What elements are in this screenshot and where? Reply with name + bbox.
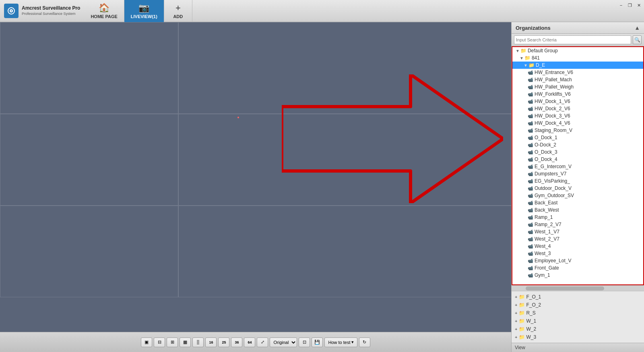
tree-841-arrow: ▼ xyxy=(520,56,524,60)
layout-36-button[interactable]: 36 xyxy=(231,338,242,347)
tree-item-outdoor-dock[interactable]: 📹 Outdoor_Dock_V xyxy=(512,185,643,192)
tree-item-hw-pallet-mach[interactable]: 📹 HW_Pallet_Mach xyxy=(512,76,643,83)
camera-tree-icon: 📹 xyxy=(528,251,533,256)
tree-root[interactable]: ▼ 📁 Default Group xyxy=(512,47,643,54)
nav-home[interactable]: 🏠 HOME PAGE xyxy=(84,0,124,22)
layout-3x3-button[interactable]: ⣿ xyxy=(192,338,204,347)
tree-item-back-west[interactable]: 📹 Back_West xyxy=(512,206,643,214)
tree-item-west3[interactable]: 📹 West_3 xyxy=(512,250,643,257)
group-w3-label: W_3 xyxy=(526,334,536,340)
tree-item-eg-vis[interactable]: 📹 EG_VisParking_ xyxy=(512,177,643,185)
search-bar: 🔍 xyxy=(512,34,644,46)
group-item-w1[interactable]: + 📁 W_1 xyxy=(512,317,644,325)
group-item-rs[interactable]: + 📁 R_S xyxy=(512,309,644,317)
nav-home-label: HOME PAGE xyxy=(91,14,117,19)
tree-item-o-dock3[interactable]: 📹 O_Dock_3 xyxy=(512,148,643,156)
how-test-button[interactable]: How to test ▾ xyxy=(324,338,357,347)
fit-button[interactable]: ⊡ xyxy=(299,338,310,347)
search-button[interactable]: 🔍 xyxy=(633,35,642,44)
camera-tree-icon: 📹 xyxy=(528,222,533,227)
tree-item-gym-outdoor[interactable]: 📹 Gym_Outdoor_SV xyxy=(512,192,643,199)
tree-item-dumpsters[interactable]: 📹 Dumpsters_V7 xyxy=(512,170,643,177)
panel-title: Organizations xyxy=(516,25,551,31)
window-controls: − ❐ ✕ xyxy=(617,2,642,9)
scrollbar-thumb[interactable] xyxy=(526,286,604,290)
tree-item-employee-lot[interactable]: 📹 Employee_Lot_V xyxy=(512,257,643,264)
tree-item-o-dock2[interactable]: 📹 O-Dock_2 xyxy=(512,141,643,148)
group-w2-label: W_2 xyxy=(526,326,536,332)
layout-2x2-button[interactable]: ⊞ xyxy=(167,338,178,347)
panel-collapse-button[interactable]: ▲ xyxy=(634,25,640,31)
tree-item-841[interactable]: ▼ 📁 841 xyxy=(512,54,643,62)
tree-o-dock1-label: O_Dock_1 xyxy=(535,135,557,140)
grid-cell-5 xyxy=(0,206,178,297)
tree-item-west4[interactable]: 📹 West_4 xyxy=(512,243,643,250)
tree-item-west2[interactable]: 📹 West_2_V7 xyxy=(512,235,643,243)
layout-1x1-button[interactable]: ▣ xyxy=(141,338,152,347)
refresh-button[interactable]: ↻ xyxy=(359,338,370,347)
zoom-select[interactable]: Original 50% 75% 100% 150% 200% xyxy=(270,338,297,347)
logo-title: Amcrest Surveillance Pro xyxy=(22,5,80,12)
group-item-w3[interactable]: + 📁 W_3 xyxy=(512,333,644,341)
tree-item-o-dock1[interactable]: 📹 O_Dock_1 xyxy=(512,134,643,141)
tree-o-dock2-label: O-Dock_2 xyxy=(535,142,556,148)
tree-item-DE[interactable]: ▼ 📁 D_E xyxy=(512,62,643,69)
close-button[interactable]: ✕ xyxy=(635,2,642,9)
nav-add[interactable]: + ADD xyxy=(164,0,192,22)
layout-1p5-button[interactable]: ▦ xyxy=(180,338,191,347)
tree-hw-dock4-label: HW_Dock_4_V6 xyxy=(535,120,570,126)
tree-west3-label: West_3 xyxy=(535,251,551,256)
tree-item-eg-intercom[interactable]: 📹 E_G_Intercom_V xyxy=(512,163,643,170)
tree-item-back-east[interactable]: 📹 Back_East xyxy=(512,199,643,206)
horizontal-scrollbar[interactable] xyxy=(512,285,644,291)
snapshot-button[interactable]: 💾 xyxy=(312,338,323,347)
tree-item-gym1[interactable]: 📹 Gym_1 xyxy=(512,272,643,279)
grid-cell-4 xyxy=(178,114,535,206)
tree-item-o-dock4[interactable]: 📹 O_Dock_4 xyxy=(512,156,643,163)
tree-item-hw-pallet-weigh[interactable]: 📹 HW_Pallet_Weigh xyxy=(512,83,643,91)
tree-item-hw-dock1[interactable]: 📹 HW_Dock_1_V6 xyxy=(512,98,643,105)
camera-tree-icon: 📹 xyxy=(528,142,533,148)
camera-tree[interactable]: ▼ 📁 Default Group ▼ 📁 841 ▼ 📁 D_E 📹 HW_E… xyxy=(512,46,644,285)
restore-button[interactable]: ❐ xyxy=(626,2,634,9)
search-input[interactable] xyxy=(514,35,631,44)
add-icon: + xyxy=(175,3,181,13)
tree-item-ramp2[interactable]: 📹 Ramp_2_V7 xyxy=(512,221,643,228)
tree-staging-label: Staging_Room_V xyxy=(535,128,572,133)
camera-tree-icon: 📹 xyxy=(528,179,533,184)
tree-item-hw-forklifts[interactable]: 📹 HW_Forklifts_V6 xyxy=(512,91,643,98)
minimize-button[interactable]: − xyxy=(617,2,625,9)
fullscreen-button[interactable]: ⤢ xyxy=(257,338,268,347)
tree-item-hw-entrance[interactable]: 📹 HW_Entrance_V6 xyxy=(512,69,643,76)
right-panel: Organizations ▲ 🔍 ▼ 📁 Default Group ▼ 📁 … xyxy=(511,22,644,352)
tree-dumpsters-label: Dumpsters_V7 xyxy=(535,171,566,177)
tree-item-hw-dock2[interactable]: 📹 HW_Dock_2_V6 xyxy=(512,105,643,112)
group-item-fo1[interactable]: + 📁 F_O_1 xyxy=(512,293,644,301)
camera-tree-icon: 📹 xyxy=(528,186,533,191)
tree-item-front-gate[interactable]: 📹 Front_Gate xyxy=(512,264,643,272)
layout-25-button[interactable]: 25 xyxy=(218,338,229,347)
tree-DE-label: D_E xyxy=(536,62,545,68)
view-label: View xyxy=(515,345,525,350)
tree-o-dock3-label: O_Dock_3 xyxy=(535,149,557,155)
tree-item-staging-room[interactable]: 📹 Staging_Room_V xyxy=(512,127,643,134)
tree-item-ramp1[interactable]: 📹 Ramp_1 xyxy=(512,214,643,221)
layout-16-button[interactable]: 16 xyxy=(205,338,217,347)
nav-liveview[interactable]: 📷 LIVEVIEW(1) xyxy=(124,0,164,22)
tree-west1-label: West_1_V7 xyxy=(535,229,559,235)
folder-icon: 📁 xyxy=(519,318,525,324)
logo-subtitle: Professional Surveillance System xyxy=(22,12,80,16)
tree-item-west1[interactable]: 📹 West_1_V7 xyxy=(512,228,643,235)
camera-tree-icon: 📹 xyxy=(528,229,533,235)
group-item-fo2[interactable]: + 📁 F_O_2 xyxy=(512,301,644,309)
group-item-w2[interactable]: + 📁 W_2 xyxy=(512,325,644,333)
camera-tree-icon: 📹 xyxy=(528,99,533,104)
camera-tree-icon: 📹 xyxy=(528,244,533,249)
layout-64-button[interactable]: 64 xyxy=(244,338,255,347)
groups-area: + 📁 F_O_1 + 📁 F_O_2 + 📁 R_S + 📁 W_1 + 📁 … xyxy=(512,291,644,343)
expand-icon: + xyxy=(515,303,517,307)
tree-ramp1-label: Ramp_1 xyxy=(535,214,553,220)
layout-1x2-button[interactable]: ⊟ xyxy=(154,338,165,347)
tree-item-hw-dock3[interactable]: 📹 HW_Dock_3_V6 xyxy=(512,112,643,119)
tree-item-hw-dock4[interactable]: 📹 HW_Dock_4_V6 xyxy=(512,119,643,127)
